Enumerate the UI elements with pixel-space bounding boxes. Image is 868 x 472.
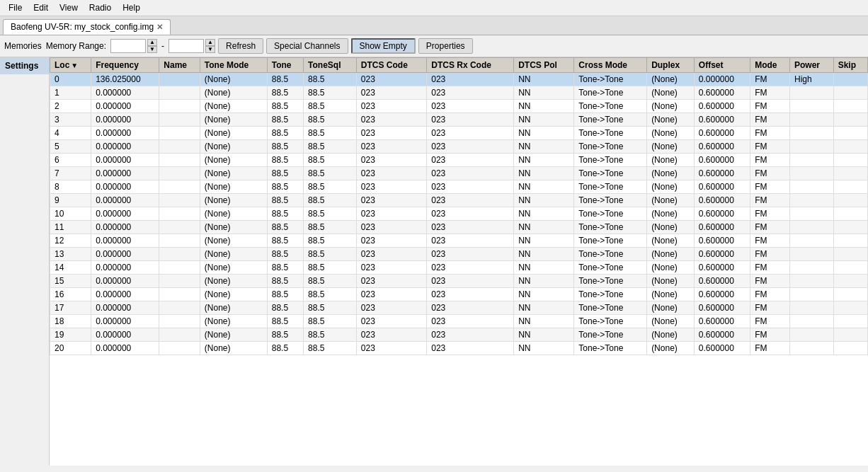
- table-row[interactable]: 30.000000(None)88.588.5023023NNTone->Ton…: [50, 113, 868, 127]
- table-row[interactable]: 180.000000(None)88.588.5023023NNTone->To…: [50, 315, 868, 328]
- table-cell: 023: [356, 73, 426, 86]
- table-row[interactable]: 40.000000(None)88.588.5023023NNTone->Ton…: [50, 127, 868, 140]
- table-cell: 023: [427, 342, 514, 355]
- table-cell: Tone->Tone: [574, 288, 647, 301]
- show-empty-button[interactable]: Show Empty: [351, 38, 416, 54]
- menu-radio[interactable]: Radio: [84, 1, 117, 14]
- memory-range-end-input[interactable]: [169, 39, 204, 53]
- table-cell: 0.000000: [91, 328, 159, 342]
- table-cell: 88.5: [267, 261, 303, 275]
- table-cell: 14: [50, 261, 91, 275]
- col-header-skip[interactable]: Skip: [833, 58, 867, 73]
- spinner-down-2[interactable]: ▼: [205, 46, 215, 53]
- col-header-tone[interactable]: Tone: [267, 58, 303, 73]
- table-cell: NN: [514, 194, 574, 207]
- col-header-cross-mode[interactable]: Cross Mode: [574, 58, 647, 73]
- table-cell: [833, 100, 867, 113]
- table-row[interactable]: 130.000000(None)88.588.5023023NNTone->To…: [50, 248, 868, 261]
- table-cell: 88.5: [304, 194, 357, 207]
- table-row[interactable]: 90.000000(None)88.588.5023023NNTone->Ton…: [50, 194, 868, 207]
- spinner-down[interactable]: ▼: [147, 46, 157, 53]
- table-row[interactable]: 120.000000(None)88.588.5023023NNTone->To…: [50, 234, 868, 248]
- table-cell: 023: [356, 328, 426, 342]
- table-row[interactable]: 80.000000(None)88.588.5023023NNTone->Ton…: [50, 180, 868, 194]
- menu-edit[interactable]: Edit: [28, 1, 54, 14]
- spinner-up-2[interactable]: ▲: [205, 39, 215, 46]
- table-row[interactable]: 60.000000(None)88.588.5023023NNTone->Ton…: [50, 154, 868, 167]
- properties-button[interactable]: Properties: [418, 38, 473, 54]
- col-header-mode[interactable]: Mode: [750, 58, 790, 73]
- table-cell: 88.5: [304, 275, 357, 288]
- menu-file[interactable]: File: [3, 1, 28, 14]
- table-cell: [789, 154, 833, 167]
- spinner-up[interactable]: ▲: [147, 39, 157, 46]
- table-cell: 0.600000: [694, 342, 750, 355]
- table-cell: 88.5: [267, 73, 303, 86]
- col-header-dtcs-code[interactable]: DTCS Code: [356, 58, 426, 73]
- table-row[interactable]: 170.000000(None)88.588.5023023NNTone->To…: [50, 301, 868, 315]
- table-cell: [159, 167, 200, 180]
- table-cell: (None): [200, 180, 267, 194]
- table-cell: [833, 207, 867, 221]
- col-header-dtcs-pol[interactable]: DTCS Pol: [514, 58, 574, 73]
- table-row[interactable]: 190.000000(None)88.588.5023023NNTone->To…: [50, 328, 868, 342]
- table-cell: 0.000000: [91, 234, 159, 248]
- table-cell: 0.600000: [694, 328, 750, 342]
- table-row[interactable]: 200.000000(None)88.588.5023023NNTone->To…: [50, 342, 868, 355]
- menu-help[interactable]: Help: [117, 1, 146, 14]
- table-row[interactable]: 110.000000(None)88.588.5023023NNTone->To…: [50, 221, 868, 234]
- table-cell: Tone->Tone: [574, 113, 647, 127]
- table-cell: 023: [427, 86, 514, 100]
- col-header-duplex[interactable]: Duplex: [647, 58, 695, 73]
- table-cell: [833, 127, 867, 140]
- table-cell: 0.000000: [91, 154, 159, 167]
- table-cell: [789, 234, 833, 248]
- table-cell: (None): [200, 86, 267, 100]
- table-row[interactable]: 100.000000(None)88.588.5023023NNTone->To…: [50, 207, 868, 221]
- table-cell: 88.5: [267, 194, 303, 207]
- col-header-name[interactable]: Name: [159, 58, 200, 73]
- col-header-tonesql[interactable]: ToneSql: [304, 58, 357, 73]
- table-cell: (None): [647, 207, 695, 221]
- table-container[interactable]: Loc ▼ Frequency Name Tone Mode Tone Tone…: [50, 57, 868, 466]
- table-cell: [159, 288, 200, 301]
- table-cell: 023: [356, 248, 426, 261]
- table-row[interactable]: 150.000000(None)88.588.5023023NNTone->To…: [50, 275, 868, 288]
- table-cell: 88.5: [267, 207, 303, 221]
- col-header-frequency[interactable]: Frequency: [91, 58, 159, 73]
- table-cell: 023: [427, 275, 514, 288]
- table-row[interactable]: 0136.025000(None)88.588.5023023NNTone->T…: [50, 73, 868, 86]
- table-row[interactable]: 160.000000(None)88.588.5023023NNTone->To…: [50, 288, 868, 301]
- table-cell: (None): [200, 140, 267, 154]
- table-cell: 88.5: [304, 100, 357, 113]
- table-cell: [159, 234, 200, 248]
- tab-close-button[interactable]: ✕: [156, 23, 163, 32]
- table-row[interactable]: 20.000000(None)88.588.5023023NNTone->Ton…: [50, 100, 868, 113]
- tab-main[interactable]: Baofeng UV-5R: my_stock_config.img ✕: [3, 19, 171, 35]
- col-header-power[interactable]: Power: [789, 58, 833, 73]
- special-channels-button[interactable]: Special Channels: [266, 38, 348, 54]
- table-row[interactable]: 50.000000(None)88.588.5023023NNTone->Ton…: [50, 140, 868, 154]
- table-row[interactable]: 140.000000(None)88.588.5023023NNTone->To…: [50, 261, 868, 275]
- menu-view[interactable]: View: [54, 1, 84, 14]
- table-cell: 0.000000: [91, 342, 159, 355]
- col-header-tone-mode[interactable]: Tone Mode: [200, 58, 267, 73]
- refresh-button[interactable]: Refresh: [218, 38, 263, 54]
- sidebar-item-settings[interactable]: Settings: [0, 57, 49, 74]
- table-cell: 0.600000: [694, 180, 750, 194]
- table-cell: [833, 194, 867, 207]
- table-cell: NN: [514, 328, 574, 342]
- col-header-loc[interactable]: Loc ▼: [50, 58, 91, 73]
- table-cell: FM: [750, 86, 790, 100]
- memory-range-start-input[interactable]: [110, 39, 146, 53]
- table-cell: NN: [514, 275, 574, 288]
- table-cell: 88.5: [304, 261, 357, 275]
- col-header-dtcs-rx-code[interactable]: DTCS Rx Code: [427, 58, 514, 73]
- table-row[interactable]: 10.000000(None)88.588.5023023NNTone->Ton…: [50, 86, 868, 100]
- table-row[interactable]: 70.000000(None)88.588.5023023NNTone->Ton…: [50, 167, 868, 180]
- col-header-offset[interactable]: Offset: [694, 58, 750, 73]
- table-cell: 0.000000: [91, 207, 159, 221]
- table-cell: 10: [50, 207, 91, 221]
- table-cell: [159, 194, 200, 207]
- table-cell: (None): [200, 207, 267, 221]
